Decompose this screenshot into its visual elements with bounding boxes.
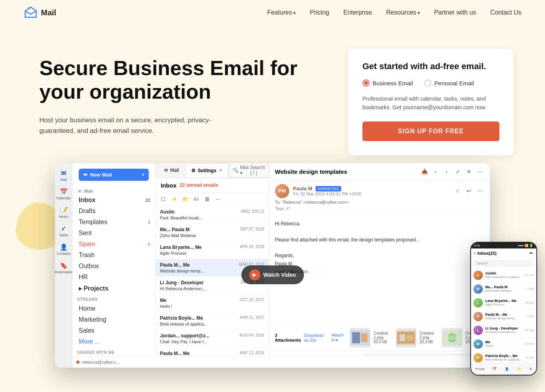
- mobile-tab-calendar[interactable]: 📅: [493, 367, 497, 371]
- tag-icon[interactable]: 🏷: [192, 195, 201, 204]
- nav-calendar[interactable]: 📅 Calendar: [57, 186, 71, 202]
- folder-icon[interactable]: 📁: [181, 195, 190, 204]
- mobile-email-row[interactable]: A Austin Fwd: Beautiful Locations 12 Jun: [471, 269, 536, 282]
- sidebar-more-stream[interactable]: More ...: [72, 336, 155, 347]
- nav-resources[interactable]: Resources: [386, 9, 420, 16]
- search-icon: 🔍: [233, 167, 238, 173]
- attachment-3[interactable]: [442, 328, 462, 348]
- cta-heading: Get started with ad-free email.: [362, 61, 499, 72]
- watch-video-button[interactable]: ▶ Watch Video: [241, 265, 304, 284]
- more-msg-icon[interactable]: ⋯: [475, 186, 484, 196]
- sidebar-spam[interactable]: Spam 6: [72, 239, 155, 250]
- mobile-tab-files[interactable]: 📁: [517, 367, 521, 371]
- next-icon[interactable]: ›: [442, 167, 451, 177]
- sidebar-templates[interactable]: Templates 3: [72, 217, 155, 228]
- mobile-preview: Hello!: [485, 344, 522, 348]
- sidebar-outbox[interactable]: Outbox: [72, 261, 155, 272]
- play-icon: ▶: [249, 269, 260, 280]
- mobile-date: 7 Sep: [526, 287, 534, 291]
- attachment-2[interactable]: [396, 328, 416, 348]
- email-row[interactable]: Me OCT 10, 2017 Hello !: [155, 294, 269, 312]
- nav-features[interactable]: Features: [267, 9, 296, 16]
- signup-button[interactable]: SIGN UP FOR FREE: [362, 121, 499, 141]
- download-zip-link[interactable]: Download as Zip: [304, 333, 328, 342]
- mobile-email-row[interactable]: L Li Jung - Developer Hi Rebecca Anderso…: [471, 324, 536, 337]
- mobile-compose-icon[interactable]: ✏: [529, 250, 533, 256]
- email-sender: Me... Paula M: [160, 227, 190, 232]
- nav-mail[interactable]: ✉ Mail: [57, 167, 71, 184]
- tab-mail[interactable]: ✉ Mail: [159, 163, 185, 178]
- attachment-1-size: 20.3 kB: [373, 340, 392, 344]
- nav-enterprise[interactable]: Enterprise: [343, 9, 372, 16]
- sidebar-drafts[interactable]: Drafts: [72, 206, 155, 217]
- mobile-tab-mail[interactable]: ✉ Mail: [475, 367, 485, 371]
- sidebar-trash[interactable]: Trash: [72, 250, 155, 261]
- reply-quick-icon[interactable]: ↩: [464, 186, 473, 196]
- new-mail-button[interactable]: ✏ New Mail ▾: [79, 169, 149, 181]
- search-bar[interactable]: 🔍 Mail ▾ Search ( / ): [229, 163, 269, 178]
- sidebar-home-stream[interactable]: Home: [72, 303, 155, 314]
- email-row[interactable]: Lana Bryante... Me APR 26, 2018 Agile Pr…: [155, 241, 269, 259]
- nav-partner[interactable]: Partner with us: [434, 9, 476, 16]
- to-row: To: "Rebecca" <rebecca@zylker.com>: [275, 200, 484, 204]
- sidebar-marketing-stream[interactable]: Marketing: [72, 314, 155, 325]
- prev-icon[interactable]: ‹: [431, 167, 440, 177]
- star-icon[interactable]: ☆: [453, 186, 462, 196]
- mobile-email-row[interactable]: M Me Hello! 10 Oct: [471, 337, 536, 351]
- select-all-icon[interactable]: ☐: [159, 195, 168, 204]
- mobile-tab-contacts[interactable]: 👤: [505, 367, 509, 371]
- sender-name: Paula M: [293, 186, 312, 191]
- svg-rect-1: [352, 332, 360, 343]
- mobile-email-row[interactable]: L Lana Bryante... Me Agile Process 26 Ap…: [471, 296, 536, 310]
- more-detail-icon[interactable]: ⋯: [475, 167, 484, 177]
- more-stream-label: More ...: [79, 338, 100, 345]
- sidebar-inbox[interactable]: Inbox 22: [72, 195, 155, 206]
- radio-personal-label: Personal Email: [434, 80, 474, 86]
- nav-links: Features Pricing Enterprise Resources Pa…: [267, 9, 521, 16]
- sidebar-projects[interactable]: ▸ Projects: [72, 283, 155, 294]
- nav-pricing[interactable]: Pricing: [310, 9, 329, 16]
- more-actions-icon[interactable]: ⋯: [214, 195, 223, 204]
- cta-card: Get started with ad-free email. Business…: [348, 49, 514, 155]
- email-row[interactable]: Me... Paula M SEP 07, 2018 Zoho Mail Web…: [155, 224, 269, 241]
- email-row[interactable]: Jordan... support@z... AUG 04, 2016 Chat…: [155, 330, 269, 348]
- filter-icon[interactable]: ⚡: [170, 195, 179, 204]
- body-link[interactable]: www.zylker.com: [275, 268, 484, 276]
- attachment-1[interactable]: [350, 328, 370, 348]
- mobile-email-row[interactable]: M Me... Paula M Zoho Mail Webinar 7 Sep: [471, 282, 536, 296]
- nav-contacts[interactable]: 👤 Contacts: [57, 241, 71, 258]
- hero-subtitle: Host your business email on a secure, en…: [39, 115, 236, 136]
- radio-business[interactable]: Business Email: [362, 79, 413, 86]
- pane-header: Inbox 22 unread emails: [155, 178, 269, 193]
- mobile-email-row[interactable]: P Paula M... Me Website design temp... 2…: [471, 310, 536, 324]
- mobile-tab-settings[interactable]: ⚙: [529, 367, 532, 371]
- delete-icon[interactable]: 🗑: [203, 195, 212, 204]
- mobile-preview: Hi Rebecca Anderson, #zylker disk...: [485, 330, 522, 334]
- mobile-search[interactable]: Search: [473, 260, 534, 267]
- close-detail-icon[interactable]: ✕: [464, 167, 473, 177]
- sidebar-hr[interactable]: HR: [72, 272, 155, 283]
- tab-settings[interactable]: ⚙ Settings ✕: [185, 163, 228, 178]
- calendar-nav-label: Calendar: [56, 196, 71, 200]
- email-row[interactable]: Patricia Boyle... Me APR 21, 2017 Beta r…: [155, 312, 269, 330]
- mobile-sender: Li Jung - Developer: [485, 326, 522, 330]
- mobile-back-icon[interactable]: ‹: [474, 250, 476, 256]
- tab-close-button[interactable]: ✕: [219, 168, 222, 173]
- logo[interactable]: Mail: [24, 6, 56, 20]
- mail-icon: ✉: [61, 169, 66, 177]
- nav-contact[interactable]: Contact Us: [490, 9, 521, 16]
- email-row[interactable]: Austin WED JUN 12 Fwd: Beautiful locati.…: [155, 206, 269, 224]
- sidebar-sent[interactable]: Sent: [72, 228, 155, 239]
- archive-icon[interactable]: 📥: [420, 167, 429, 177]
- sent-label: Sent: [79, 230, 92, 237]
- nav-notes[interactable]: 📝 Notes: [57, 204, 71, 221]
- attach-to-link[interactable]: Attach to ▸: [331, 333, 347, 342]
- notes-icon: 📝: [60, 206, 68, 214]
- email-list-toolbar: ☐ ⚡ 📁 🏷 🗑 ⋯: [155, 193, 269, 206]
- sidebar-sales-stream[interactable]: Sales: [72, 325, 155, 336]
- radio-personal[interactable]: Personal Email: [424, 79, 474, 86]
- email-subject: Hello !: [160, 304, 264, 309]
- nav-bookmarks[interactable]: 🔖 Bookmarks: [57, 259, 71, 276]
- nav-tasks[interactable]: ✓ Tasks: [57, 223, 71, 239]
- expand-icon[interactable]: ⤢: [453, 167, 462, 177]
